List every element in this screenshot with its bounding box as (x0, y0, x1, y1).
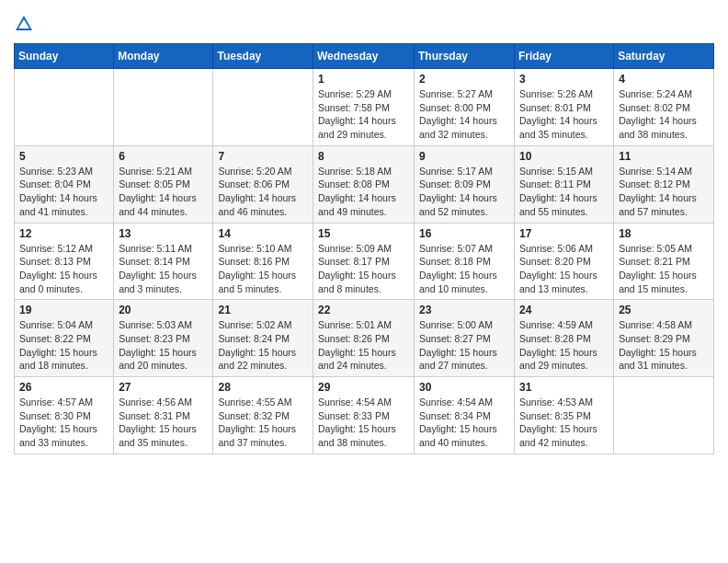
day-header-saturday: Saturday (614, 44, 714, 69)
day-number: 8 (318, 150, 409, 163)
day-number: 9 (419, 150, 509, 163)
day-cell: 22Sunrise: 5:01 AMSunset: 8:26 PMDayligh… (313, 300, 415, 377)
day-number: 30 (419, 381, 509, 394)
day-cell: 2Sunrise: 5:27 AMSunset: 8:00 PMDaylight… (415, 69, 515, 146)
day-header-wednesday: Wednesday (313, 44, 415, 69)
day-header-friday: Friday (515, 44, 614, 69)
day-info: Sunrise: 5:23 AMSunset: 8:04 PMDaylight:… (19, 165, 108, 219)
day-info: Sunrise: 5:26 AMSunset: 8:01 PMDaylight:… (519, 87, 609, 142)
calendar-table: SundayMondayTuesdayWednesdayThursdayFrid… (14, 43, 714, 454)
day-cell (114, 69, 213, 146)
day-cell: 12Sunrise: 5:12 AMSunset: 8:13 PMDayligh… (15, 223, 114, 300)
day-info: Sunrise: 4:57 AMSunset: 8:30 PMDaylight:… (19, 396, 108, 450)
day-number: 23 (419, 304, 509, 316)
day-info: Sunrise: 5:27 AMSunset: 8:00 PMDaylight:… (419, 87, 509, 142)
day-info: Sunrise: 5:20 AMSunset: 8:06 PMDaylight:… (218, 165, 308, 219)
day-number: 26 (19, 381, 108, 394)
day-number: 27 (119, 381, 208, 394)
day-info: Sunrise: 5:21 AMSunset: 8:05 PMDaylight:… (119, 165, 208, 219)
day-number: 15 (318, 227, 409, 240)
day-info: Sunrise: 5:07 AMSunset: 8:18 PMDaylight:… (419, 242, 509, 296)
day-info: Sunrise: 5:10 AMSunset: 8:16 PMDaylight:… (218, 242, 308, 296)
header-row: SundayMondayTuesdayWednesdayThursdayFrid… (15, 44, 714, 69)
day-info: Sunrise: 5:09 AMSunset: 8:17 PMDaylight:… (318, 242, 409, 296)
day-cell: 4Sunrise: 5:24 AMSunset: 8:02 PMDaylight… (614, 69, 714, 146)
day-info: Sunrise: 4:54 AMSunset: 8:33 PMDaylight:… (318, 396, 409, 450)
day-info: Sunrise: 5:12 AMSunset: 8:13 PMDaylight:… (19, 242, 108, 296)
day-cell: 26Sunrise: 4:57 AMSunset: 8:30 PMDayligh… (15, 377, 114, 454)
week-row-4: 19Sunrise: 5:04 AMSunset: 8:22 PMDayligh… (15, 300, 714, 377)
day-cell: 8Sunrise: 5:18 AMSunset: 8:08 PMDaylight… (313, 145, 415, 223)
day-number: 11 (619, 150, 709, 163)
day-cell: 31Sunrise: 4:53 AMSunset: 8:35 PMDayligh… (515, 377, 614, 454)
day-number: 21 (218, 304, 308, 316)
day-info: Sunrise: 5:11 AMSunset: 8:14 PMDaylight:… (119, 242, 208, 296)
day-number: 7 (218, 150, 308, 163)
logo-icon (14, 14, 34, 34)
day-number: 25 (619, 304, 709, 316)
day-cell: 27Sunrise: 4:56 AMSunset: 8:31 PMDayligh… (114, 377, 213, 454)
day-info: Sunrise: 5:01 AMSunset: 8:26 PMDaylight:… (318, 318, 409, 373)
day-cell: 3Sunrise: 5:26 AMSunset: 8:01 PMDaylight… (515, 69, 614, 146)
day-info: Sunrise: 5:03 AMSunset: 8:23 PMDaylight:… (119, 318, 208, 373)
day-number: 3 (519, 73, 609, 86)
day-number: 29 (318, 381, 409, 394)
day-info: Sunrise: 5:00 AMSunset: 8:27 PMDaylight:… (419, 318, 509, 373)
day-number: 31 (519, 381, 609, 394)
page-header (14, 14, 714, 34)
day-cell: 11Sunrise: 5:14 AMSunset: 8:12 PMDayligh… (614, 145, 714, 223)
day-header-thursday: Thursday (415, 44, 515, 69)
day-info: Sunrise: 5:17 AMSunset: 8:09 PMDaylight:… (419, 165, 509, 219)
day-cell: 6Sunrise: 5:21 AMSunset: 8:05 PMDaylight… (114, 145, 213, 223)
day-number: 1 (318, 73, 409, 86)
day-number: 14 (218, 227, 308, 240)
day-cell: 23Sunrise: 5:00 AMSunset: 8:27 PMDayligh… (415, 300, 515, 377)
week-row-5: 26Sunrise: 4:57 AMSunset: 8:30 PMDayligh… (15, 377, 714, 454)
day-info: Sunrise: 4:59 AMSunset: 8:28 PMDaylight:… (519, 318, 609, 373)
day-cell: 10Sunrise: 5:15 AMSunset: 8:11 PMDayligh… (515, 145, 614, 223)
day-number: 24 (519, 304, 609, 316)
day-cell (213, 69, 313, 146)
day-cell: 7Sunrise: 5:20 AMSunset: 8:06 PMDaylight… (213, 145, 313, 223)
day-number: 20 (119, 304, 208, 316)
week-row-2: 5Sunrise: 5:23 AMSunset: 8:04 PMDaylight… (15, 145, 714, 223)
logo (14, 14, 38, 34)
day-cell: 19Sunrise: 5:04 AMSunset: 8:22 PMDayligh… (15, 300, 114, 377)
day-number: 16 (419, 227, 509, 240)
day-cell: 29Sunrise: 4:54 AMSunset: 8:33 PMDayligh… (313, 377, 415, 454)
day-cell: 14Sunrise: 5:10 AMSunset: 8:16 PMDayligh… (213, 223, 313, 300)
week-row-3: 12Sunrise: 5:12 AMSunset: 8:13 PMDayligh… (15, 223, 714, 300)
day-info: Sunrise: 5:24 AMSunset: 8:02 PMDaylight:… (619, 87, 709, 142)
day-cell: 15Sunrise: 5:09 AMSunset: 8:17 PMDayligh… (313, 223, 415, 300)
day-info: Sunrise: 4:53 AMSunset: 8:35 PMDaylight:… (519, 396, 609, 450)
day-info: Sunrise: 4:55 AMSunset: 8:32 PMDaylight:… (218, 396, 308, 450)
day-header-monday: Monday (114, 44, 213, 69)
day-info: Sunrise: 5:05 AMSunset: 8:21 PMDaylight:… (619, 242, 709, 296)
day-info: Sunrise: 4:56 AMSunset: 8:31 PMDaylight:… (119, 396, 208, 450)
day-number: 2 (419, 73, 509, 86)
day-cell: 25Sunrise: 4:58 AMSunset: 8:29 PMDayligh… (614, 300, 714, 377)
day-cell: 20Sunrise: 5:03 AMSunset: 8:23 PMDayligh… (114, 300, 213, 377)
day-info: Sunrise: 5:06 AMSunset: 8:20 PMDaylight:… (519, 242, 609, 296)
day-number: 19 (19, 304, 108, 316)
day-number: 10 (519, 150, 609, 163)
day-info: Sunrise: 4:54 AMSunset: 8:34 PMDaylight:… (419, 396, 509, 450)
day-header-tuesday: Tuesday (213, 44, 313, 69)
day-info: Sunrise: 5:18 AMSunset: 8:08 PMDaylight:… (318, 165, 409, 219)
day-cell (15, 69, 114, 146)
day-number: 17 (519, 227, 609, 240)
day-number: 12 (19, 227, 108, 240)
day-info: Sunrise: 5:02 AMSunset: 8:24 PMDaylight:… (218, 318, 308, 373)
day-cell: 9Sunrise: 5:17 AMSunset: 8:09 PMDaylight… (415, 145, 515, 223)
day-cell: 21Sunrise: 5:02 AMSunset: 8:24 PMDayligh… (213, 300, 313, 377)
day-number: 5 (19, 150, 108, 163)
day-header-sunday: Sunday (15, 44, 114, 69)
day-info: Sunrise: 5:29 AMSunset: 7:58 PMDaylight:… (318, 87, 409, 142)
day-cell: 24Sunrise: 4:59 AMSunset: 8:28 PMDayligh… (515, 300, 614, 377)
day-number: 13 (119, 227, 208, 240)
day-info: Sunrise: 5:15 AMSunset: 8:11 PMDaylight:… (519, 165, 609, 219)
day-cell (614, 377, 714, 454)
day-cell: 17Sunrise: 5:06 AMSunset: 8:20 PMDayligh… (515, 223, 614, 300)
day-number: 4 (619, 73, 709, 86)
day-number: 22 (318, 304, 409, 316)
